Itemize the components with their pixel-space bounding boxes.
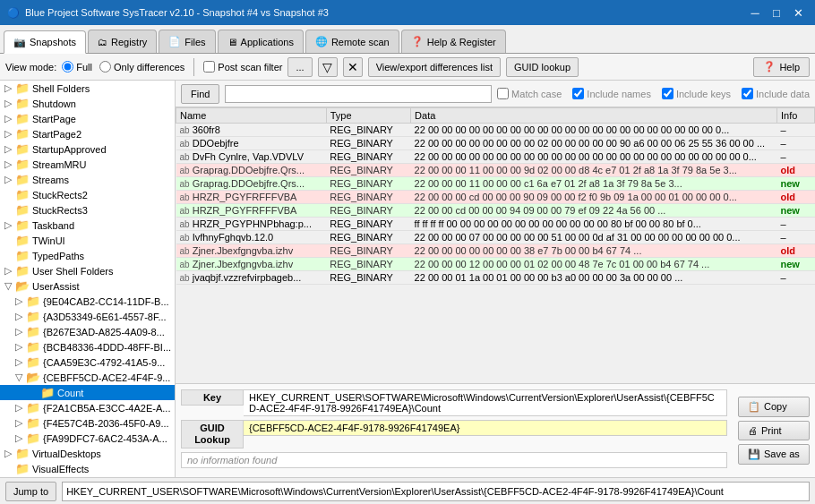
jump-to-button[interactable]: Jump to: [5, 482, 56, 501]
sidebar-item-guid3[interactable]: ▷ 📁 {B267E3AD-A825-4A09-8...: [0, 324, 175, 339]
sidebar-item-shutdown[interactable]: ▷ 📁 Shutdown: [0, 96, 175, 111]
sidebar-item-guid5[interactable]: ▷ 📁 {CAA59E3C-4792-41A5-9...: [0, 355, 175, 370]
sidebar-item-streammru[interactable]: ▷ 📁 StreamMRU: [0, 157, 175, 172]
col-header-info[interactable]: Info: [777, 108, 815, 124]
maximize-button[interactable]: □: [767, 4, 786, 21]
include-names-option[interactable]: Include names: [572, 88, 651, 99]
sidebar-label: StartPage2: [32, 129, 82, 140]
sidebar-item-startpage2[interactable]: ▷ 📁 StartPage2: [0, 126, 175, 141]
include-names-checkbox[interactable]: [572, 88, 584, 99]
include-names-label: Include names: [587, 89, 651, 99]
include-keys-checkbox[interactable]: [662, 88, 673, 99]
view-export-button[interactable]: View/export differences list: [368, 57, 501, 77]
title-bar-controls[interactable]: ─ □ ✕: [745, 4, 808, 21]
cell-data: 22 00 00 00 11 00 00 00 9d 02 00 00 d8 4…: [411, 164, 777, 177]
sidebar-item-startup[interactable]: ▷ 📁 StartupApproved: [0, 141, 175, 157]
include-data-checkbox[interactable]: [742, 88, 753, 99]
radio-diffs-input[interactable]: [99, 61, 111, 73]
radio-full-input[interactable]: [62, 61, 73, 73]
table-row[interactable]: ab 360fr8REG_BINARY22 00 00 00 00 00 00 …: [176, 124, 815, 137]
filter-icon-button[interactable]: ▽: [318, 57, 338, 77]
cell-type: REG_BINARY: [326, 218, 410, 231]
sidebar-item-shell-folders[interactable]: ▷ 📁 Shell Folders: [0, 81, 175, 96]
sidebar-item-virtual[interactable]: ▷ 📁 VirtualDesktops: [0, 446, 175, 461]
sidebar-item-typedpaths[interactable]: 📁 TypedPaths: [0, 248, 175, 263]
sidebar-item-guid6[interactable]: ▽ 📂 {CEBFF5CD-ACE2-4F4F-9...: [0, 370, 175, 385]
tab-applications[interactable]: 🖥 Applications: [218, 30, 304, 53]
table-row[interactable]: ab HRZR_PGYFRFFFVBAREG_BINARY22 00 00 00…: [176, 191, 815, 204]
search-input[interactable]: [225, 85, 492, 103]
include-data-option[interactable]: Include data: [742, 88, 810, 99]
tab-registry[interactable]: 🗂 Registry: [88, 30, 157, 53]
table-row[interactable]: ab Graprag.DDOebjfre.Qrs...REG_BINARY22 …: [176, 164, 815, 177]
folder-icon: 📁: [26, 340, 40, 354]
table-row[interactable]: ab HRZR_PGYFRFFFVBAREG_BINARY22 00 00 cd…: [176, 204, 815, 218]
sidebar-item-twinui[interactable]: 📁 TWinUI: [0, 233, 175, 248]
sidebar-item-guid7[interactable]: ▷ 📁 {F2A1CB5A-E3CC-4A2E-A...: [0, 400, 175, 415]
table-row[interactable]: ab HRZR_PGYPHNPbhag:p...REG_BINARYff ff …: [176, 218, 815, 231]
table-row[interactable]: ab DDOebjfreREG_BINARY22 00 00 00 00 00 …: [176, 137, 815, 150]
col-header-data[interactable]: Data: [411, 108, 777, 124]
expand-icon: ▷: [4, 174, 13, 185]
sidebar-item-stuckrects3[interactable]: 📁 StuckRects3: [0, 202, 175, 218]
help-button[interactable]: ❓ Help: [753, 57, 810, 77]
expand-icon: ▷: [4, 128, 13, 140]
table-row[interactable]: ab jvaqbjf.vzzrefvirpbageb...REG_BINARY2…: [176, 271, 815, 285]
post-scan-settings-button[interactable]: ...: [287, 57, 312, 77]
sidebar-item-guid8[interactable]: ▷ 📁 {F4E57C4B-2036-45F0-A9...: [0, 415, 175, 431]
copy-button[interactable]: 📋 Copy: [738, 397, 810, 417]
sidebar-label: StuckRects3: [32, 205, 88, 216]
sidebar-item-userassist[interactable]: ▽ 📂 UserAssist: [0, 278, 175, 294]
post-scan-filter-check[interactable]: Post scan filter: [203, 61, 282, 73]
save-as-button[interactable]: 💾 Save as: [738, 444, 810, 465]
tab-snapshots[interactable]: 📷 Snapshots: [4, 30, 86, 54]
sidebar-item-user-shell[interactable]: ▷ 📁 User Shell Folders: [0, 263, 175, 278]
table-row[interactable]: ab IvfhnyFghqvb.12.0REG_BINARY22 00 00 0…: [176, 231, 815, 244]
radio-full-label: Full: [76, 62, 92, 73]
sidebar-item-wallpaper[interactable]: 📁 Wallpaper: [0, 476, 175, 477]
post-scan-checkbox[interactable]: [203, 61, 215, 73]
help-tab-label: Help & Register: [427, 37, 496, 47]
guid-lookup-button[interactable]: GUID lookup: [506, 57, 579, 77]
radio-full[interactable]: Full: [62, 61, 92, 73]
view-mode-label: View mode:: [5, 62, 56, 73]
sidebar-item-guid1[interactable]: ▷ 📁 {9E04CAB2-CC14-11DF-B...: [0, 294, 175, 309]
minimize-button[interactable]: ─: [745, 4, 765, 21]
sidebar-item-guid4[interactable]: ▷ 📁 {BCB48336-4DDD-48FF-BI...: [0, 339, 175, 355]
tab-remote-scan[interactable]: 🌐 Remote scan: [305, 30, 399, 53]
sidebar-label: StreamMRU: [32, 159, 87, 170]
col-header-type[interactable]: Type: [326, 108, 410, 124]
sidebar-item-stuckrects2[interactable]: 📁 StuckRects2: [0, 187, 175, 202]
sidebar-item-guid9[interactable]: ▷ 📁 {FA99DFC7-6AC2-453A-A...: [0, 431, 175, 446]
table-row[interactable]: ab Zjner.Jbexfgngvba.izhvREG_BINARY22 00…: [176, 244, 815, 258]
save-as-label: Save as: [764, 448, 800, 459]
guid-label: GUID Lookup: [181, 420, 244, 448]
sidebar-item-count[interactable]: 📁 Count: [0, 385, 175, 400]
match-case-option[interactable]: Match case: [497, 88, 562, 99]
col-header-name[interactable]: Name: [176, 108, 327, 124]
sidebar-item-taskband[interactable]: ▷ 📁 Taskband: [0, 218, 175, 233]
print-button[interactable]: 🖨 Print: [738, 421, 810, 440]
radio-diffs[interactable]: Only differences: [99, 61, 184, 73]
match-case-checkbox[interactable]: [497, 88, 509, 99]
tab-help[interactable]: ❓ Help & Register: [401, 30, 506, 53]
tab-files[interactable]: 📄 Files: [159, 30, 215, 53]
files-tab-label: Files: [184, 37, 205, 47]
expand-icon: ▽: [14, 372, 23, 383]
table-row[interactable]: ab Zjner.Jbexfgngvba.izhvREG_BINARY22 00…: [176, 258, 815, 271]
cell-data: ff ff ff ff 00 00 00 00 00 00 00 00 00 0…: [411, 218, 777, 231]
sidebar-item-startpage[interactable]: ▷ 📁 StartPage: [0, 111, 175, 126]
clear-filter-button[interactable]: ✕: [343, 57, 363, 77]
sidebar-item-visual[interactable]: 📁 VisualEffects: [0, 461, 175, 476]
sidebar-label: StartPage: [32, 114, 76, 124]
sidebar-item-streams[interactable]: ▷ 📁 Streams: [0, 172, 175, 187]
find-button[interactable]: Find: [181, 84, 219, 104]
expand-icon: ▷: [14, 326, 23, 337]
table-row[interactable]: ab Graprag.DDOebjfre.Qrs...REG_BINARY22 …: [176, 177, 815, 191]
sidebar-item-guid2[interactable]: ▷ 📁 {A3D53349-6E61-4557-8F...: [0, 309, 175, 324]
close-button[interactable]: ✕: [788, 4, 808, 21]
cell-info: –: [777, 137, 815, 150]
include-keys-option[interactable]: Include keys: [662, 88, 731, 99]
table-row[interactable]: ab DvFh Cynlre, Vap.VDVLVREG_BINARY22 00…: [176, 150, 815, 164]
expand-icon: ▷: [14, 432, 23, 444]
